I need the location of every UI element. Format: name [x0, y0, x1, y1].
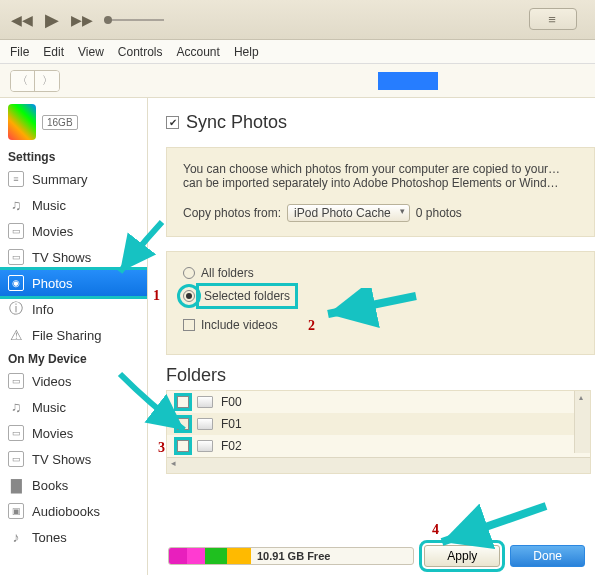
tvshows-icon: ▭	[8, 249, 24, 265]
sidebar-item-d-music[interactable]: ♫Music	[0, 394, 147, 420]
videos-icon: ▭	[8, 373, 24, 389]
sync-photos-checkbox[interactable]: ✔	[166, 116, 179, 129]
sidebar-item-photos[interactable]: ◉Photos	[0, 270, 147, 296]
device-icon	[8, 104, 36, 140]
next-track-button[interactable]: ▶▶	[72, 10, 92, 30]
storage-segment	[227, 548, 251, 564]
sidebar-item-label: Movies	[32, 426, 73, 441]
summary-icon: ≡	[8, 171, 24, 187]
storage-segment	[205, 548, 227, 564]
folder-row[interactable]: F00	[167, 391, 590, 413]
folder-label: F00	[221, 395, 242, 409]
annotation-1: 1	[153, 288, 160, 304]
sidebar-item-label: TV Shows	[32, 250, 91, 265]
sidebar-item-audiobooks[interactable]: ▣Audiobooks	[0, 498, 147, 524]
audiobooks-icon: ▣	[8, 503, 24, 519]
books-icon: ▇	[8, 477, 24, 493]
sidebar-item-videos[interactable]: ▭Videos	[0, 368, 147, 394]
sidebar-heading-settings: Settings	[0, 146, 147, 166]
sidebar-item-label: Summary	[32, 172, 88, 187]
folder-checkbox[interactable]	[177, 418, 189, 430]
play-button[interactable]: ▶	[42, 10, 62, 30]
filesharing-icon: ⚠	[8, 327, 24, 343]
sidebar-item-label: Movies	[32, 224, 73, 239]
radio-all-label: All folders	[201, 266, 254, 280]
radio-selected-folders[interactable]	[183, 290, 195, 302]
sidebar-item-books[interactable]: ▇Books	[0, 472, 147, 498]
folder-checkbox[interactable]	[177, 440, 189, 452]
sidebar-heading-device: On My Device	[0, 348, 147, 368]
photos-icon: ◉	[8, 275, 24, 291]
include-videos-checkbox[interactable]	[183, 319, 195, 331]
sidebar-item-label: TV Shows	[32, 452, 91, 467]
sidebar-item-tvshows[interactable]: ▭TV Shows	[0, 244, 147, 270]
include-videos-label: Include videos	[201, 318, 278, 332]
nav-back-button[interactable]: 〈	[11, 71, 35, 91]
folder-icon	[197, 440, 213, 452]
sidebar-item-label: Books	[32, 478, 68, 493]
menu-account[interactable]: Account	[177, 45, 220, 59]
folders-heading: Folders	[166, 365, 595, 386]
folder-checkbox[interactable]	[177, 396, 189, 408]
menu-file[interactable]: File	[10, 45, 29, 59]
sidebar-item-label: Audiobooks	[32, 504, 100, 519]
horizontal-scrollbar[interactable]	[167, 457, 590, 473]
radio-selected-label: Selected folders	[201, 288, 293, 304]
tvshows-icon: ▭	[8, 451, 24, 467]
device-name-redacted	[378, 72, 438, 90]
done-button[interactable]: Done	[510, 545, 585, 567]
apply-button[interactable]: Apply	[424, 545, 500, 567]
menu-controls[interactable]: Controls	[118, 45, 163, 59]
sidebar-item-filesharing[interactable]: ⚠File Sharing	[0, 322, 147, 348]
sidebar-item-label: Info	[32, 302, 54, 317]
sidebar-item-label: Photos	[32, 276, 72, 291]
folder-icon	[197, 396, 213, 408]
description-panel: You can choose which photos from your co…	[166, 147, 595, 237]
annotation-2: 2	[308, 318, 315, 334]
menu-help[interactable]: Help	[234, 45, 259, 59]
view-switcher-button[interactable]: ≡	[529, 8, 577, 30]
menu-bar: File Edit View Controls Account Help	[0, 40, 595, 64]
info-icon: ⓘ	[8, 301, 24, 317]
nav-forward-button[interactable]: 〉	[35, 71, 59, 91]
copy-from-select[interactable]: iPod Photo Cache	[287, 204, 410, 222]
menu-view[interactable]: View	[78, 45, 104, 59]
folder-label: F02	[221, 439, 242, 453]
device-thumbnail: 16GB	[0, 98, 147, 146]
sidebar-item-label: Music	[32, 198, 66, 213]
description-text: You can choose which photos from your co…	[183, 162, 578, 190]
menu-edit[interactable]: Edit	[43, 45, 64, 59]
sidebar-item-tones[interactable]: ♪Tones	[0, 524, 147, 550]
radio-all-folders[interactable]	[183, 267, 195, 279]
annotation-4: 4	[432, 522, 439, 538]
annotation-3: 3	[158, 440, 165, 456]
sidebar-item-d-tvshows[interactable]: ▭TV Shows	[0, 446, 147, 472]
sidebar-item-d-movies[interactable]: ▭Movies	[0, 420, 147, 446]
prev-track-button[interactable]: ◀◀	[12, 10, 32, 30]
folder-row[interactable]: F01	[167, 413, 590, 435]
storage-bar: 10.91 GB Free	[168, 547, 414, 565]
sidebar-item-summary[interactable]: ≡Summary	[0, 166, 147, 192]
sync-photos-heading: Sync Photos	[186, 112, 287, 133]
tones-icon: ♪	[8, 529, 24, 545]
sidebar-item-info[interactable]: ⓘInfo	[0, 296, 147, 322]
sidebar-item-label: Music	[32, 400, 66, 415]
sidebar-item-label: Tones	[32, 530, 67, 545]
sidebar-item-label: Videos	[32, 374, 72, 389]
vertical-scrollbar[interactable]	[574, 391, 590, 453]
capacity-badge: 16GB	[42, 115, 78, 130]
volume-slider[interactable]	[104, 19, 164, 21]
storage-free-label: 10.91 GB Free	[251, 550, 336, 562]
copy-from-label: Copy photos from:	[183, 206, 281, 220]
photo-count: 0 photos	[416, 206, 462, 220]
sidebar-item-movies[interactable]: ▭Movies	[0, 218, 147, 244]
folder-row[interactable]: F02	[167, 435, 590, 457]
movies-icon: ▭	[8, 223, 24, 239]
storage-segment	[187, 548, 205, 564]
sidebar-item-music[interactable]: ♫Music	[0, 192, 147, 218]
music-icon: ♫	[8, 197, 24, 213]
storage-segment	[169, 548, 187, 564]
folder-label: F01	[221, 417, 242, 431]
music-icon: ♫	[8, 399, 24, 415]
folder-icon	[197, 418, 213, 430]
